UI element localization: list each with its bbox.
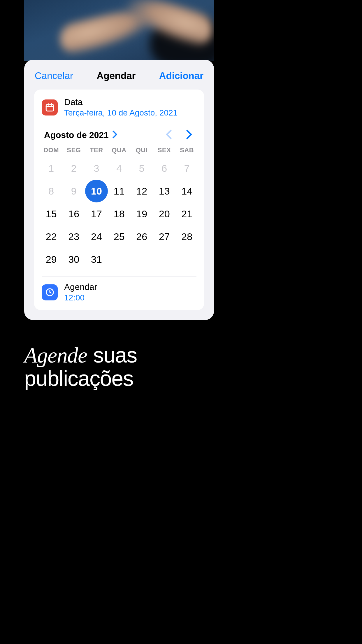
background-photo [24, 0, 214, 61]
calendar-day[interactable]: 13 [156, 182, 173, 200]
calendar-day-cell [131, 248, 153, 271]
slogan-word-1: Agende [24, 343, 87, 367]
calendar-day-cell[interactable]: 27 [153, 225, 176, 248]
calendar-day[interactable]: 28 [178, 228, 196, 245]
calendar-day[interactable]: 12 [133, 182, 150, 200]
calendar-day-cell[interactable]: 1 [40, 157, 63, 180]
calendar-month-label: Agosto de 2021 [44, 130, 109, 140]
calendar-day[interactable]: 4 [110, 160, 128, 177]
calendar-day[interactable]: 23 [65, 228, 82, 245]
calendar-day-cell[interactable]: 23 [63, 225, 85, 248]
calendar-day[interactable]: 11 [110, 182, 128, 200]
slogan-word-2: suas [93, 343, 137, 367]
calendar-day-cell[interactable]: 2 [63, 157, 85, 180]
calendar-day-cell[interactable]: 4 [108, 157, 131, 180]
calendar-day[interactable]: 8 [43, 182, 60, 200]
calendar-day[interactable]: 19 [133, 205, 150, 223]
calendar-day[interactable]: 27 [156, 228, 173, 245]
marketing-slogan: Agende suas publicações [24, 344, 137, 390]
calendar-weekday-label: SEX [153, 146, 176, 154]
calendar-day[interactable]: 20 [156, 205, 173, 223]
calendar-day[interactable]: 9 [65, 182, 82, 200]
slogan-word-3: publicações [24, 366, 133, 391]
calendar-day-cell[interactable]: 25 [108, 225, 131, 248]
calendar-grid: 1234567891011121314151617181920212223242… [34, 156, 204, 276]
calendar-icon [42, 99, 58, 116]
calendar-day-cell[interactable]: 6 [153, 157, 176, 180]
calendar-weekday-label: SEG [63, 146, 85, 154]
chevron-right-icon [112, 130, 118, 140]
calendar-weekday-label: SAB [175, 146, 198, 154]
calendar-day-cell[interactable]: 14 [176, 180, 198, 202]
calendar-day-cell[interactable]: 8 [40, 180, 63, 202]
calendar-weekday-label: TER [85, 146, 108, 154]
calendar-day-cell[interactable]: 22 [40, 225, 63, 248]
calendar-header: Agosto de 2021 [34, 123, 204, 144]
calendar-day[interactable]: 21 [178, 205, 196, 223]
calendar-day-cell[interactable]: 31 [85, 248, 108, 271]
calendar-day-cell[interactable]: 15 [40, 202, 63, 225]
calendar-day[interactable]: 25 [110, 228, 128, 245]
calendar-day-cell[interactable]: 28 [176, 225, 198, 248]
svg-rect-0 [46, 104, 54, 111]
time-row-title: Agendar [64, 282, 97, 292]
calendar-day[interactable]: 16 [65, 205, 82, 223]
date-row[interactable]: Data Terça-feira, 10 de Agosto, 2021 [34, 90, 204, 123]
calendar-day[interactable]: 31 [88, 251, 105, 268]
calendar-day-cell[interactable]: 13 [153, 180, 176, 202]
calendar-day-cell[interactable]: 12 [131, 180, 153, 202]
calendar-day-cell[interactable]: 29 [40, 248, 63, 271]
calendar-day-cell [153, 248, 176, 271]
calendar-day[interactable]: 30 [65, 251, 82, 268]
calendar-day[interactable]: 17 [88, 205, 105, 223]
calendar-day[interactable]: 14 [178, 182, 196, 200]
calendar-weekday-label: QUA [108, 146, 131, 154]
calendar-day-cell [108, 248, 131, 271]
calendar-day-selected[interactable]: 10 [85, 180, 108, 202]
calendar-day[interactable]: 1 [43, 160, 60, 177]
calendar-day[interactable]: 5 [133, 160, 150, 177]
calendar-day[interactable]: 15 [43, 205, 60, 223]
calendar-day-cell[interactable]: 20 [153, 202, 176, 225]
calendar-day-cell[interactable]: 26 [131, 225, 153, 248]
calendar-day-cell[interactable]: 10 [85, 180, 108, 202]
calendar-day-cell[interactable]: 5 [131, 157, 153, 180]
calendar-day-cell[interactable]: 24 [85, 225, 108, 248]
calendar-day-cell [176, 248, 198, 271]
calendar-weekday-label: QUI [130, 146, 153, 154]
schedule-card: Data Terça-feira, 10 de Agosto, 2021 Ago… [34, 90, 204, 310]
calendar-day[interactable]: 2 [65, 160, 82, 177]
schedule-modal-sheet: Cancelar Agendar Adicionar Data Terça-fe… [24, 60, 214, 320]
date-row-title: Data [64, 97, 178, 107]
calendar-day[interactable]: 22 [43, 228, 60, 245]
calendar-day[interactable]: 26 [133, 228, 150, 245]
calendar-month-button[interactable]: Agosto de 2021 [44, 130, 118, 140]
calendar-day-cell[interactable]: 30 [63, 248, 85, 271]
calendar-day-cell[interactable]: 16 [63, 202, 85, 225]
calendar-day-cell[interactable]: 17 [85, 202, 108, 225]
clock-icon [42, 284, 58, 300]
calendar-weekday-row: DOMSEGTERQUAQUISEXSAB [34, 144, 204, 156]
add-button[interactable]: Adicionar [159, 70, 203, 81]
calendar-day-cell[interactable]: 21 [176, 202, 198, 225]
calendar-day[interactable]: 29 [43, 251, 60, 268]
calendar-day[interactable]: 6 [156, 160, 173, 177]
calendar-day-cell[interactable]: 9 [63, 180, 85, 202]
calendar-day-cell[interactable]: 7 [176, 157, 198, 180]
calendar-day[interactable]: 7 [178, 160, 196, 177]
sheet-header: Cancelar Agendar Adicionar [24, 60, 214, 90]
time-row-value: 12:00 [64, 293, 97, 302]
calendar-day-cell[interactable]: 11 [108, 180, 131, 202]
calendar-day[interactable]: 24 [88, 228, 105, 245]
calendar-day-cell[interactable]: 18 [108, 202, 131, 225]
cancel-button[interactable]: Cancelar [35, 70, 73, 81]
time-row[interactable]: Agendar 12:00 [34, 277, 204, 310]
calendar-day-cell[interactable]: 19 [131, 202, 153, 225]
calendar-day[interactable]: 18 [110, 205, 128, 223]
date-row-value: Terça-feira, 10 de Agosto, 2021 [64, 108, 178, 118]
background-photo-sleeve [150, 20, 214, 61]
calendar-day-cell[interactable]: 3 [85, 157, 108, 180]
calendar-prev-button[interactable] [165, 130, 173, 141]
calendar-day[interactable]: 3 [88, 160, 105, 177]
calendar-next-button[interactable] [185, 130, 193, 141]
